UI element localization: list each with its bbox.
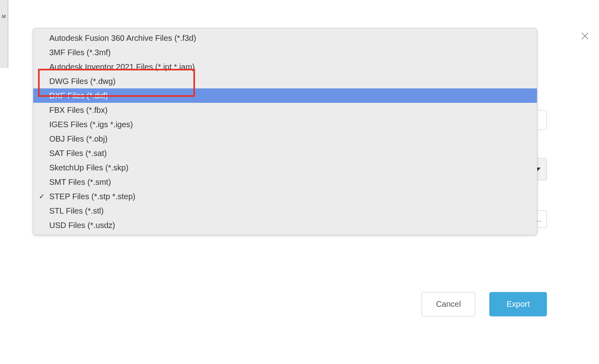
- filetype-option[interactable]: DWG Files (*.dwg): [33, 74, 537, 88]
- dialog-button-row: Cancel Export: [422, 292, 547, 316]
- filetype-option-label: DWG Files (*.dwg): [49, 77, 116, 86]
- filetype-option-label: STL Files (*.stl): [49, 206, 104, 215]
- filetype-option-label: OBJ Files (*.obj): [49, 134, 108, 143]
- filetype-option-label: Autodesk Inventor 2021 Files (*.ipt *.ia…: [49, 62, 195, 71]
- filetype-option-label: IGES Files (*.igs *.iges): [49, 120, 133, 129]
- filetype-option[interactable]: STL Files (*.stl): [33, 204, 537, 218]
- filetype-option[interactable]: Autodesk Inventor 2021 Files (*.ipt *.ia…: [33, 60, 537, 74]
- filetype-dropdown-list: Autodesk Fusion 360 Archive Files (*.f3d…: [33, 28, 537, 235]
- filetype-option-label: Autodesk Fusion 360 Archive Files (*.f3d…: [49, 34, 196, 42]
- left-separator: [8, 0, 8, 68]
- filetype-option-label: SketchUp Files (*.skp): [49, 163, 129, 172]
- filetype-option-label: 3MF Files (*.3mf): [49, 48, 111, 57]
- filetype-option[interactable]: Autodesk Fusion 360 Archive Files (*.f3d…: [33, 31, 537, 45]
- filetype-option-label: USD Files (*.usdz): [49, 221, 115, 230]
- filetype-option-label: SAT Files (*.sat): [49, 149, 107, 158]
- filetype-option[interactable]: ✓STEP Files (*.stp *.step): [33, 189, 537, 204]
- filetype-option-label: DXF Files (*.dxf): [49, 91, 108, 100]
- filetype-option[interactable]: SMT Files (*.smt): [33, 175, 537, 189]
- filetype-option-label: SMT Files (*.smt): [49, 178, 111, 186]
- close-button[interactable]: [579, 30, 591, 42]
- filetype-option[interactable]: SAT Files (*.sat): [33, 146, 537, 160]
- left-edge-label: .M: [0, 14, 8, 19]
- close-icon: [580, 31, 590, 41]
- filetype-option[interactable]: FBX Files (*.fbx): [33, 103, 537, 117]
- filetype-option[interactable]: USD Files (*.usdz): [33, 218, 537, 232]
- export-dialog: Autodesk Fusion 360 Archive Files (*.f3d…: [9, 0, 599, 364]
- filetype-option[interactable]: DXF Files (*.dxf): [33, 88, 537, 103]
- filetype-option[interactable]: SketchUp Files (*.skp): [33, 160, 537, 175]
- filetype-option[interactable]: IGES Files (*.igs *.iges): [33, 117, 537, 132]
- left-edge-panel: .M: [0, 0, 8, 68]
- cancel-button[interactable]: Cancel: [422, 292, 475, 316]
- filetype-option[interactable]: OBJ Files (*.obj): [33, 132, 537, 146]
- checkmark-icon: ✓: [39, 191, 45, 202]
- filetype-option-label: FBX Files (*.fbx): [49, 106, 108, 114]
- filetype-option-label: STEP Files (*.stp *.step): [49, 192, 135, 201]
- filetype-option[interactable]: 3MF Files (*.3mf): [33, 45, 537, 60]
- export-button[interactable]: Export: [489, 292, 547, 316]
